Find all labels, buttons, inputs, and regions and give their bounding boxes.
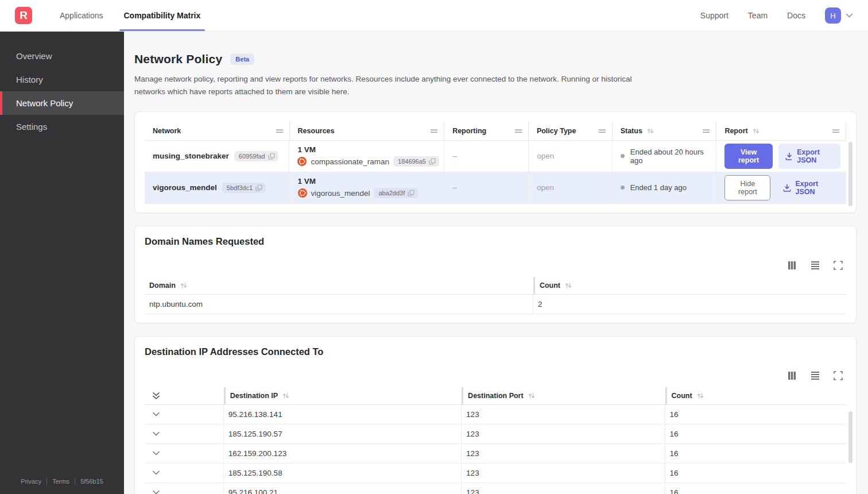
network-id-badge[interactable]: 5bdf3dc1	[222, 183, 266, 193]
destination-ip: 162.159.200.123	[224, 444, 462, 463]
row-expand-icon[interactable]	[153, 451, 160, 456]
export-label: Export JSON	[796, 180, 834, 196]
version-label: 5f56b15	[75, 478, 108, 485]
privacy-link[interactable]: Privacy	[16, 478, 46, 485]
rows-density-icon[interactable]	[811, 371, 820, 380]
col-header-resources[interactable]: Resources	[290, 122, 445, 140]
col-label: Count	[672, 392, 692, 400]
drag-handle-icon[interactable]	[514, 129, 522, 133]
col-header-destination-ip[interactable]: Destination IP	[224, 387, 462, 404]
policy-type-value: open	[529, 172, 613, 203]
status-text: Ended about 20 hours ago	[630, 148, 711, 165]
sidebar-item-network-policy[interactable]: Network Policy	[0, 91, 124, 115]
row-expand-icon[interactable]	[153, 470, 160, 475]
columns-icon[interactable]	[788, 261, 797, 270]
resource-id-badge[interactable]: 184696a5	[393, 156, 439, 167]
destination-ip: 95.216.138.141	[224, 405, 462, 424]
expand-all-header[interactable]	[145, 387, 224, 404]
col-header-policy-type[interactable]: Policy Type	[529, 122, 613, 140]
topbar-right: Support Team Docs H	[700, 7, 868, 24]
network-id-badge[interactable]: 60959fad	[234, 151, 278, 161]
col-header-reporting[interactable]: Reporting	[444, 122, 529, 140]
col-label: Report	[724, 127, 747, 135]
sidebar-item-overview[interactable]: Overview	[0, 44, 124, 68]
col-label: Destination IP	[230, 392, 278, 400]
destination-row[interactable]: 185.125.190.57 123 16	[145, 424, 846, 444]
top-nav: Applications Compatibility Matrix	[49, 0, 211, 31]
terms-link[interactable]: Terms	[46, 478, 75, 485]
tab-applications[interactable]: Applications	[49, 0, 114, 31]
beta-badge: Beta	[230, 53, 254, 65]
table-scrollbar[interactable]	[848, 142, 852, 206]
drag-handle-icon[interactable]	[702, 129, 710, 133]
sort-icon[interactable]	[696, 392, 704, 399]
sort-icon[interactable]	[282, 392, 290, 399]
avatar[interactable]: H	[825, 7, 841, 24]
destination-port: 123	[462, 464, 665, 483]
count-value: 16	[665, 444, 846, 463]
docs-link[interactable]: Docs	[787, 11, 805, 20]
row-expand-icon[interactable]	[153, 490, 160, 494]
view-report-button[interactable]: View report	[724, 144, 772, 169]
copy-icon[interactable]	[268, 153, 275, 160]
destination-row[interactable]: 185.125.190.58 123 16	[145, 464, 846, 483]
tab-compatibility-matrix[interactable]: Compatibility Matrix	[114, 0, 211, 31]
sidebar-footer: Privacy Terms 5f56b15	[0, 470, 124, 494]
fullscreen-icon[interactable]	[834, 371, 843, 380]
col-header-count[interactable]: Count	[533, 277, 846, 294]
resource-id: 184696a5	[398, 158, 426, 165]
col-header-domain[interactable]: Domain	[145, 277, 533, 294]
col-header-count[interactable]: Count	[665, 387, 846, 404]
download-icon	[783, 184, 790, 192]
table-scrollbar[interactable]	[848, 411, 852, 463]
row-expand-icon[interactable]	[153, 431, 160, 436]
network-row[interactable]: vigorous_mendel 5bdf3dc1 1 VM vigorous_m…	[145, 172, 846, 204]
col-label: Resources	[298, 127, 335, 135]
main-content: Network Policy Beta Manage network polic…	[124, 32, 868, 494]
sort-icon[interactable]	[528, 392, 536, 399]
drag-handle-icon[interactable]	[430, 129, 438, 133]
count-value: 16	[665, 483, 846, 494]
destination-row[interactable]: 95.216.100.21 123 16	[145, 483, 846, 494]
support-link[interactable]: Support	[700, 11, 728, 20]
copy-icon[interactable]	[429, 158, 436, 165]
sidebar-item-history[interactable]: History	[0, 68, 124, 91]
sidebar: Overview History Network Policy Settings…	[0, 32, 124, 494]
sort-icon[interactable]	[564, 282, 572, 289]
domain-row[interactable]: ntp.ubuntu.com 2	[145, 295, 846, 314]
sidebar-item-settings[interactable]: Settings	[0, 115, 124, 138]
col-header-report[interactable]: Report	[716, 122, 846, 140]
col-header-network[interactable]: Network	[145, 122, 290, 140]
col-label: Domain	[149, 281, 176, 290]
col-header-status[interactable]: Status	[613, 122, 717, 140]
double-chevron-down-icon[interactable]	[153, 392, 160, 399]
export-json-button[interactable]: Export JSON	[776, 175, 840, 200]
resource-id-badge[interactable]: aba2dd3f	[374, 188, 418, 198]
user-menu[interactable]: H	[825, 7, 853, 24]
copy-icon[interactable]	[408, 190, 414, 196]
ubuntu-icon	[297, 157, 307, 166]
networks-table-header: Network Resources Reporting Policy Type …	[145, 122, 846, 141]
col-header-destination-port[interactable]: Destination Port	[462, 387, 665, 404]
fullscreen-icon[interactable]	[834, 261, 843, 270]
destination-row[interactable]: 162.159.200.123 123 16	[145, 444, 846, 464]
row-expand-icon[interactable]	[153, 412, 160, 416]
export-json-button[interactable]: Export JSON	[778, 144, 840, 169]
rows-density-icon[interactable]	[811, 261, 820, 270]
drag-handle-icon[interactable]	[598, 129, 606, 133]
app-logo[interactable]: R	[15, 7, 32, 24]
destination-row[interactable]: 95.216.138.141 123 16	[145, 405, 846, 424]
hide-report-button[interactable]: Hide report	[724, 175, 770, 200]
sort-icon[interactable]	[752, 128, 760, 134]
drag-handle-icon[interactable]	[276, 129, 284, 133]
sort-icon[interactable]	[180, 282, 188, 289]
drag-handle-icon[interactable]	[832, 129, 840, 133]
col-label: Destination Port	[468, 392, 524, 400]
team-link[interactable]: Team	[748, 11, 768, 20]
network-row[interactable]: musing_stonebraker 60959fad 1 VM compass…	[145, 141, 846, 172]
sort-icon[interactable]	[646, 128, 654, 134]
col-label: Reporting	[452, 127, 486, 135]
count-value: 16	[665, 405, 846, 424]
copy-icon[interactable]	[255, 184, 262, 191]
columns-icon[interactable]	[788, 371, 797, 380]
